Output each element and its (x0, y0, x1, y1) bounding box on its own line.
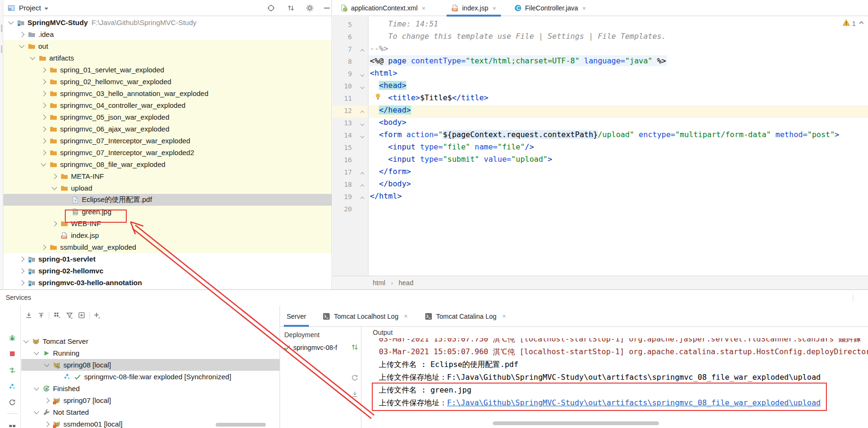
chevron-down-icon[interactable] (34, 385, 39, 390)
services-tree-item[interactable]: Tomcat Server (21, 335, 280, 347)
breadcrumb-head[interactable]: head (399, 279, 413, 287)
code-area[interactable]: Time: 14:51 To change this template use … (369, 17, 868, 276)
chevron-down-icon[interactable] (44, 361, 49, 367)
gutter-line-11[interactable]: 11 (333, 93, 368, 105)
chevron-down-icon[interactable] (8, 19, 13, 24)
gutter-line-5[interactable]: 5 (333, 19, 368, 32)
gutter-line-12[interactable]: 12 (333, 105, 368, 118)
fold-marker-icon[interactable] (360, 122, 364, 126)
services-tree-item[interactable]: Finished (21, 383, 280, 394)
code-line-15[interactable]: <input type="file" name="file"/> (369, 142, 868, 155)
code-line-11[interactable]: <title>$Title$</title> (369, 93, 868, 105)
stop-icon[interactable] (9, 350, 16, 358)
services-tree-item[interactable]: Not Started (21, 406, 280, 418)
gutter-line-9[interactable]: 9 (333, 69, 368, 81)
code-line-14[interactable]: <form action="${pageContext.request.cont… (369, 130, 868, 142)
debug-icon[interactable] (9, 334, 16, 342)
gutter-line-15[interactable]: 15 (333, 142, 368, 155)
code-line-18[interactable]: </body> (369, 179, 868, 192)
deploy-icon[interactable] (9, 367, 16, 374)
chevron-right-icon[interactable] (41, 126, 46, 131)
chevron-right-icon[interactable] (19, 280, 24, 285)
services-tree-item[interactable]: Running (21, 347, 280, 359)
chevron-right-icon[interactable] (41, 103, 46, 108)
refresh-icon[interactable] (351, 374, 359, 382)
project-tree-item[interactable]: spring-02-hellomvc (3, 265, 332, 277)
sort-icon[interactable] (287, 4, 295, 12)
project-tree-item[interactable]: springmvc_04_controller_war_exploded (3, 99, 332, 111)
chevron-right-icon[interactable] (19, 32, 24, 37)
fold-marker-icon[interactable] (360, 134, 364, 138)
project-tree-item[interactable]: META-INF (3, 170, 332, 182)
gutter-line-19[interactable]: 19 (333, 192, 368, 204)
chevron-down-icon[interactable] (23, 338, 28, 343)
rerun-icon[interactable] (9, 318, 16, 325)
deployment-item[interactable]: springmvc-08-f (283, 342, 352, 353)
gutter-line-18[interactable]: 18 (333, 179, 368, 192)
gear-icon[interactable] (306, 4, 314, 12)
fold-marker-icon[interactable] (360, 73, 364, 77)
plus-icon[interactable] (93, 312, 101, 319)
chevron-right-icon[interactable] (19, 256, 24, 262)
refresh-icon[interactable] (9, 399, 16, 406)
services-tab-tomcat-catalina-log[interactable]: Tomcat Catalina Log× (425, 306, 506, 327)
code-line-19[interactable]: </html> (369, 192, 868, 204)
project-tree-item[interactable]: ssmbuild_war_exploded (3, 241, 332, 253)
chevron-right-icon[interactable] (19, 268, 24, 273)
chevron-right-icon[interactable] (41, 245, 46, 250)
fold-marker-icon[interactable] (360, 197, 364, 201)
code-line-8[interactable]: <%@ page contentType="text/html;charset=… (369, 56, 868, 69)
code-line-5[interactable]: Time: 14:51 (369, 19, 868, 32)
editor-gutter[interactable]: 567891011121314151617181920 (333, 17, 368, 276)
chevron-down-icon[interactable] (34, 409, 39, 414)
code-line-17[interactable]: </form> (369, 167, 868, 179)
services-tree-item[interactable]: springmvc-08-file:war exploded [Synchron… (21, 371, 280, 383)
project-tree-item[interactable]: spring_01_servlet_war_exploded (3, 64, 332, 76)
chevron-right-icon[interactable] (41, 91, 46, 96)
chevron-right-icon[interactable] (44, 421, 49, 427)
project-tree-item[interactable]: springmvc_07_Interceptor_war_exploded (3, 135, 332, 147)
project-tree-item[interactable]: springmvc_05_json_war_exploded (3, 111, 332, 123)
collapse-all-icon[interactable] (37, 312, 45, 319)
gutter-line-16[interactable]: 16 (333, 155, 368, 167)
chevron-down-icon[interactable] (30, 54, 35, 60)
sync-icon[interactable] (351, 343, 359, 351)
gutter-line-17[interactable]: 17 (333, 167, 368, 179)
chevron-right-icon[interactable] (52, 174, 57, 179)
project-tree-item[interactable]: spring_02_hellomvc_war_exploded (3, 76, 332, 87)
code-line-6[interactable]: To change this template use File | Setti… (369, 32, 868, 44)
project-tree-item[interactable]: springmvc_03_hello_annotation_war_explod… (3, 87, 332, 99)
gutter-line-7[interactable]: 7 (333, 44, 368, 56)
group-icon[interactable] (53, 312, 61, 319)
project-tree-item[interactable]: green.jpg (3, 206, 332, 218)
gutter-line-14[interactable]: 14 (333, 130, 368, 142)
chevron-down-icon[interactable] (19, 43, 24, 48)
project-tree-item[interactable]: springmvc_08_file_war_exploded (3, 158, 332, 170)
code-line-20[interactable] (369, 204, 868, 216)
close-icon[interactable]: × (422, 5, 426, 12)
project-title-dropdown[interactable]: Project (19, 4, 48, 12)
close-icon[interactable]: × (502, 313, 506, 320)
chevron-right-icon[interactable] (52, 221, 57, 226)
horizontal-scrollbar[interactable] (216, 423, 266, 427)
fold-marker-icon[interactable] (360, 184, 364, 188)
gutter-line-13[interactable]: 13 (333, 118, 368, 130)
gutter-line-10[interactable]: 10 (333, 81, 368, 93)
target-icon[interactable] (837, 294, 844, 301)
close-icon[interactable]: × (492, 5, 496, 12)
console-file-link[interactable]: F:\Java\Github\SpringMVC-Study\out\artif… (447, 398, 821, 407)
gear-icon[interactable] (858, 294, 865, 301)
project-tree-item[interactable]: WEB-INF (3, 218, 332, 229)
chevron-down-icon[interactable] (52, 184, 57, 190)
project-tree-item[interactable]: SpringMVC-StudyF:\Java\Github\SpringMVC-… (3, 17, 332, 28)
layout-icon[interactable] (9, 424, 16, 428)
breadcrumb-html[interactable]: html (373, 279, 385, 287)
fold-marker-icon[interactable] (360, 85, 364, 89)
gutter-line-6[interactable]: 6 (333, 32, 368, 44)
horizontal-scrollbar[interactable] (493, 421, 659, 425)
fold-marker-icon[interactable] (360, 172, 364, 176)
project-tree-item[interactable]: .idea (3, 28, 332, 40)
chevron-right-icon[interactable] (41, 79, 46, 84)
gutter-line-20[interactable]: 20 (333, 204, 368, 216)
expand-all-icon[interactable] (25, 312, 33, 319)
